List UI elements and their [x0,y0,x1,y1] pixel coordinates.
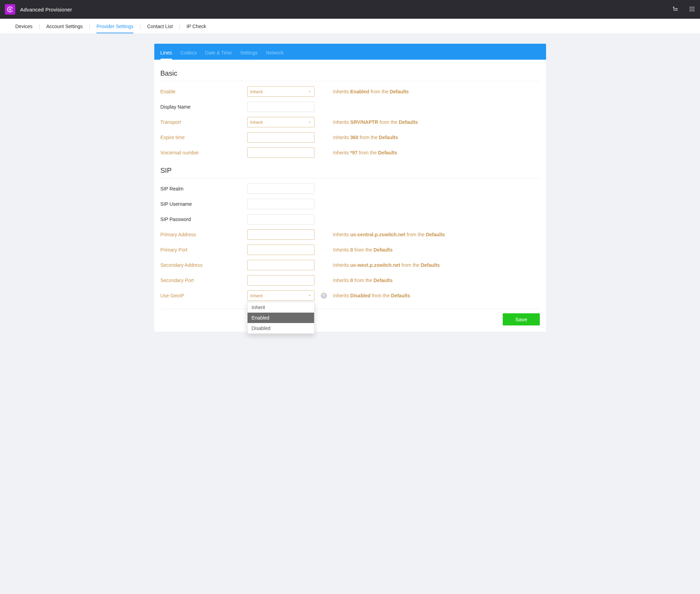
hint-primary-port: Inherits 0 from the Defaults [333,247,540,253]
row-transport: Transport Inherit Inherits SRV/NAPTR fro… [161,114,540,130]
row-voicemail: Voicemail number Inherits *97 from the D… [161,145,540,160]
select-wrap-enable: Inherit [247,86,314,97]
row-primary-port: Primary Port Inherits 0 from the Default… [161,242,540,257]
geoip-dropdown: Inherit Enabled Disabled [247,302,314,334]
hint-expire: Inherits 360 from the Defaults [333,135,540,140]
nav-divider: | [179,24,180,29]
row-sip-username: SIP Username [161,196,540,212]
label-sip-username: SIP Username [161,201,247,207]
section-rule [161,178,540,178]
transport-select[interactable]: Inherit [247,117,314,127]
save-button[interactable]: Save [503,313,539,325]
sip-password-input[interactable] [247,214,314,224]
svg-rect-6 [674,10,675,11]
section-title-sip: SIP [161,167,540,175]
svg-rect-1 [673,7,674,8]
primary-address-input[interactable] [247,229,314,240]
svg-rect-14 [692,10,693,11]
nav-ip-check[interactable]: IP Check [187,19,206,33]
display-name-input[interactable] [247,102,314,112]
svg-rect-12 [693,8,694,9]
topbar-right [672,6,695,13]
svg-point-0 [9,9,11,10]
row-use-geoip: Use GeoIP Inherit Inherit Enabled Disabl… [161,288,540,303]
secondary-port-input[interactable] [247,275,314,286]
label-expire: Expire time [161,135,247,140]
label-voicemail: Voicemail number [161,150,247,155]
tab-lines[interactable]: Lines [161,45,172,60]
geoip-select[interactable]: Inherit [247,290,314,301]
dropdown-option-inherit[interactable]: Inherit [248,302,314,313]
label-display-name: Display Name [161,104,247,110]
hint-voicemail: Inherits *97 from the Defaults [333,150,540,155]
section-rule [161,81,540,81]
settings-card: Basic Enable Inherit Inherits Enabled fr… [154,60,546,332]
label-sip-realm: SIP Realm [161,186,247,192]
help-icon[interactable]: ? [321,292,327,299]
row-secondary-port: Secondary Port Inherits 0 from the Defau… [161,273,540,288]
expire-input[interactable] [247,132,314,143]
hint-secondary-port: Inherits 0 from the Defaults [333,278,540,283]
svg-rect-15 [693,10,694,11]
svg-rect-10 [690,8,691,9]
apps-grid-icon[interactable] [689,6,695,13]
footer: Save [161,313,540,325]
sip-realm-input[interactable] [247,184,314,194]
top-nav: Devices | Account Settings | Provider Se… [0,19,700,34]
label-sip-password: SIP Password [161,217,247,222]
hierarchy-icon[interactable] [672,6,679,13]
nav-devices[interactable]: Devices [15,19,33,33]
select-wrap-geoip: Inherit Inherit Enabled Disabled [247,290,314,301]
nav-contact-list[interactable]: Contact List [147,19,173,33]
page-container: Lines Codecs Date & Time Settings Networ… [154,44,546,332]
select-wrap-transport: Inherit [247,117,314,127]
primary-port-input[interactable] [247,245,314,255]
tab-settings[interactable]: Settings [240,45,258,60]
svg-rect-8 [692,7,693,8]
hint-enable: Inherits Enabled from the Defaults [333,89,540,94]
label-primary-port: Primary Port [161,247,247,253]
gear-icon [7,6,13,12]
svg-rect-3 [675,10,678,10]
svg-rect-9 [693,7,694,8]
secondary-address-input[interactable] [247,260,314,270]
nav-account-settings[interactable]: Account Settings [46,19,83,33]
row-secondary-address: Secondary Address Inherits us-west.p.zsw… [161,257,540,273]
sub-tabs: Lines Codecs Date & Time Settings Networ… [154,44,546,60]
svg-rect-5 [674,8,675,9]
row-display-name: Display Name [161,99,540,114]
dropdown-option-disabled[interactable]: Disabled [248,323,314,333]
row-sip-realm: SIP Realm [161,181,540,196]
row-sip-password: SIP Password [161,212,540,227]
label-use-geoip: Use GeoIP [161,293,247,298]
tab-network[interactable]: Network [266,45,284,60]
row-expire: Expire time Inherits 360 from the Defaul… [161,130,540,145]
svg-rect-11 [692,8,693,9]
hint-primary-address: Inherits us-central.p.zswitch.net from t… [333,232,540,237]
app-title: Advanced Provisioner [20,7,72,12]
nav-divider: | [39,24,40,29]
tab-codecs[interactable]: Codecs [180,45,197,60]
app-icon [5,4,15,15]
hint-transport: Inherits SRV/NAPTR from the Defaults [333,119,540,125]
hint-geoip: Inherits Disabled from the Defaults [333,293,540,298]
tab-datetime[interactable]: Date & Time [205,45,232,60]
hint-secondary-address: Inherits us-west.p.zswitch.net from the … [333,262,540,268]
sip-username-input[interactable] [247,199,314,209]
enable-select[interactable]: Inherit [247,86,314,97]
row-enable: Enable Inherit Inherits Enabled from the… [161,84,540,99]
nav-provider-settings[interactable]: Provider Settings [96,19,133,33]
voicemail-input[interactable] [247,147,314,158]
label-transport: Transport [161,119,247,125]
svg-rect-7 [690,7,691,8]
row-primary-address: Primary Address Inherits us-central.p.zs… [161,227,540,242]
topbar: Advanced Provisioner [0,0,700,19]
label-enable: Enable [161,89,247,94]
nav-divider: | [89,24,90,29]
section-title-basic: Basic [161,69,540,77]
footer-rule [161,309,540,309]
label-secondary-port: Secondary Port [161,278,247,283]
nav-divider: | [140,24,141,29]
label-primary-address: Primary Address [161,232,247,237]
dropdown-option-enabled[interactable]: Enabled [248,313,314,323]
